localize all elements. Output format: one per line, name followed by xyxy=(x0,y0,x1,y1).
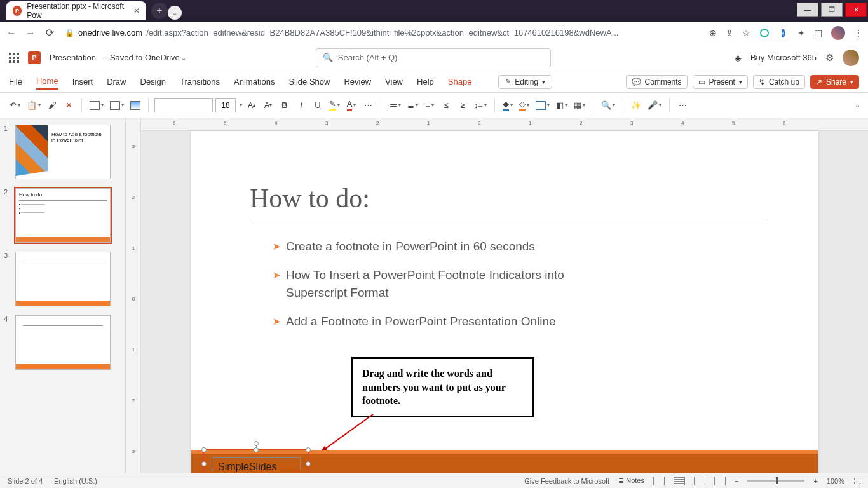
italic-button[interactable]: I xyxy=(294,97,308,114)
sorter-view-button[interactable] xyxy=(674,477,685,485)
find-button[interactable]: 🔍▾ xyxy=(599,97,617,114)
catchup-button[interactable]: ↯Catch up xyxy=(753,75,805,89)
save-status[interactable]: - Saved to OneDrive⌄ xyxy=(105,53,186,62)
menu-draw[interactable]: Draw xyxy=(107,74,126,89)
nav-reload-button[interactable]: ⟳ xyxy=(43,27,56,39)
present-button[interactable]: ▭Present▾ xyxy=(693,75,748,89)
resize-handle[interactable] xyxy=(201,447,207,452)
resize-handle[interactable] xyxy=(201,461,207,466)
resize-handle[interactable] xyxy=(254,447,259,452)
menu-animations[interactable]: Animations xyxy=(234,74,275,89)
menu-file[interactable]: File xyxy=(9,74,22,89)
editing-mode-button[interactable]: ✎ Editing ▾ xyxy=(498,75,552,89)
side-panel-icon[interactable]: ◫ xyxy=(814,28,822,38)
app-launcher-icon[interactable] xyxy=(9,53,19,63)
zoom-icon[interactable]: ⊕ xyxy=(709,28,717,38)
tab-close-icon[interactable]: ✕ xyxy=(133,6,140,15)
window-close-button[interactable]: ✕ xyxy=(845,3,867,17)
underline-button[interactable]: U xyxy=(311,97,325,114)
normal-view-button[interactable] xyxy=(653,477,665,485)
window-minimize-button[interactable]: — xyxy=(797,3,818,17)
browser-tab[interactable]: P Presentation.pptx - Microsoft Pow ✕ xyxy=(6,1,146,20)
language-status[interactable]: English (U.S.) xyxy=(54,477,97,485)
slide-thumb-4[interactable] xyxy=(15,315,111,370)
window-maximize-button[interactable]: ❐ xyxy=(821,3,843,17)
format-painter-button[interactable]: 🖌 xyxy=(45,97,59,114)
user-avatar[interactable] xyxy=(843,50,859,66)
rotate-handle[interactable] xyxy=(254,441,259,446)
bookmark-star-icon[interactable]: ☆ xyxy=(742,28,750,38)
collapse-ribbon-icon[interactable]: ⌄ xyxy=(855,101,860,109)
search-input[interactable]: 🔍 Search (Alt + Q) xyxy=(316,48,551,67)
line-spacing-button[interactable]: ↕≡▾ xyxy=(472,97,489,114)
increase-font-button[interactable]: A▴ xyxy=(245,97,259,114)
selected-textbox[interactable]: SimpleSlides xyxy=(203,449,309,473)
nav-back-button[interactable]: ← xyxy=(5,27,18,39)
font-color-button[interactable]: A▾ xyxy=(344,97,358,114)
zoom-in-button[interactable]: + xyxy=(813,477,817,485)
bold-button[interactable]: B xyxy=(278,97,292,114)
slide-thumb-1[interactable]: How to Add a footnote in PowerPoint xyxy=(15,125,111,179)
cast-icon[interactable]: ⟫ xyxy=(778,28,789,38)
designer-button[interactable]: ✨ xyxy=(629,97,643,114)
shape-outline-button[interactable]: ◇▾ xyxy=(517,97,531,114)
url-field[interactable]: 🔒 onedrive.live.com/edit.aspx?action=edi… xyxy=(65,28,649,37)
menu-review[interactable]: Review xyxy=(344,74,371,89)
new-slide-button[interactable]: ▾ xyxy=(88,97,105,114)
feedback-link[interactable]: Give Feedback to Microsoft xyxy=(524,477,609,485)
menu-help[interactable]: Help xyxy=(417,74,434,89)
extensions-puzzle-icon[interactable]: ✦ xyxy=(797,28,805,38)
paste-button[interactable]: 📋▾ xyxy=(25,97,43,114)
fit-to-window-button[interactable]: ⛶ xyxy=(853,477,860,485)
slide-counter[interactable]: Slide 2 of 4 xyxy=(8,477,43,485)
arrange-button[interactable]: ◧▾ xyxy=(554,97,569,114)
slide-canvas[interactable]: How to do: ➤Create a footnote in PowerPo… xyxy=(191,131,818,473)
font-size-input[interactable] xyxy=(215,98,236,112)
more-commands-button[interactable]: ⋯ xyxy=(675,97,689,114)
shapes-button[interactable]: ▾ xyxy=(534,97,552,114)
align-button[interactable]: ≡▾ xyxy=(423,97,437,114)
slideshow-view-button[interactable] xyxy=(714,477,726,485)
menu-shape[interactable]: Shape xyxy=(448,74,472,89)
settings-gear-icon[interactable]: ⚙ xyxy=(825,52,834,64)
share-page-icon[interactable]: ⇪ xyxy=(726,28,733,38)
slide-title-text[interactable]: How to do: xyxy=(250,183,370,214)
resize-handle[interactable] xyxy=(306,447,311,452)
reset-slide-button[interactable] xyxy=(128,97,142,114)
slide-thumb-2[interactable]: How to do: ▸ ─────────────▸ ────────────… xyxy=(15,188,111,243)
menu-transitions[interactable]: Transitions xyxy=(180,74,220,89)
decrease-font-button[interactable]: A▾ xyxy=(261,97,275,114)
kebab-menu-icon[interactable]: ⋮ xyxy=(854,28,863,38)
zoom-out-button[interactable]: − xyxy=(735,477,738,485)
menu-design[interactable]: Design xyxy=(140,74,166,89)
menu-slideshow[interactable]: Slide Show xyxy=(288,74,330,89)
buy-link[interactable]: Buy Microsoft 365 xyxy=(750,53,817,62)
chrome-account-chevron[interactable]: ⌄ xyxy=(168,6,182,20)
bullets-button[interactable]: ≔▾ xyxy=(387,97,403,114)
dictate-button[interactable]: 🎤▾ xyxy=(646,97,663,114)
highlight-button[interactable]: ✎▾ xyxy=(327,97,342,114)
profile-avatar[interactable] xyxy=(831,26,845,40)
delete-button[interactable]: ✕ xyxy=(62,97,76,114)
extension-icon-1[interactable] xyxy=(759,28,770,38)
share-button[interactable]: ↗Share▾ xyxy=(810,75,859,89)
menu-view[interactable]: View xyxy=(385,74,403,89)
reading-view-button[interactable] xyxy=(694,477,705,485)
more-font-button[interactable]: ⋯ xyxy=(361,97,375,114)
increase-indent-button[interactable]: ≥ xyxy=(456,97,470,114)
zoom-slider[interactable] xyxy=(747,480,804,482)
notes-toggle[interactable]: ≣ Notes xyxy=(618,477,644,485)
shape-fill-button[interactable]: ◆▾ xyxy=(501,97,515,114)
comments-button[interactable]: 💬Comments xyxy=(626,75,688,89)
menu-insert[interactable]: Insert xyxy=(72,74,93,89)
layout-button[interactable]: ▾ xyxy=(108,97,126,114)
numbering-button[interactable]: ≣▾ xyxy=(405,97,420,114)
resize-handle[interactable] xyxy=(306,461,311,466)
footnote-text[interactable]: SimpleSlides xyxy=(218,461,276,473)
menu-home[interactable]: Home xyxy=(36,74,58,90)
decrease-indent-button[interactable]: ≤ xyxy=(439,97,453,114)
new-tab-button[interactable]: + xyxy=(151,3,168,19)
slide-thumb-3[interactable] xyxy=(15,252,111,306)
font-name-input[interactable] xyxy=(154,98,213,112)
zoom-level[interactable]: 100% xyxy=(827,477,844,485)
